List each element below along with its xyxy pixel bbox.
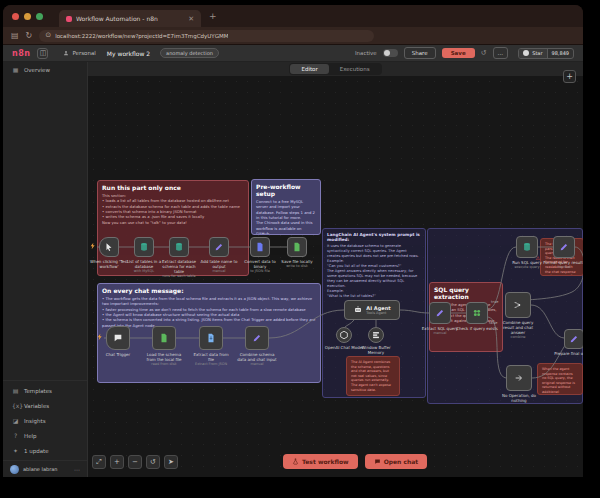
fit-view-button[interactable]: ⤢ bbox=[92, 455, 106, 469]
tab-executions[interactable]: Executions bbox=[329, 64, 381, 74]
node-label-convert-binary: Convert data to binaryto JSON file bbox=[239, 259, 281, 273]
node-combine-result[interactable] bbox=[505, 292, 531, 318]
sidebar-bottom-group: ▤Templates{x}Variables◪Insights?Help✦1 u… bbox=[3, 380, 87, 458]
node-chat-trigger[interactable] bbox=[106, 326, 130, 350]
header-actions: Inactive Share Save ↺ ... Star 98,849 bbox=[355, 47, 574, 59]
update-icon: ✦ bbox=[12, 447, 19, 454]
node-format-results[interactable] bbox=[553, 236, 575, 258]
sidebar: ▦ Overview ▤Templates{x}Variables◪Insigh… bbox=[3, 62, 88, 477]
minimize-window-button[interactable] bbox=[24, 13, 31, 20]
node-extract-file[interactable] bbox=[199, 326, 223, 350]
sidebar-item-label: Help bbox=[24, 433, 37, 439]
toggle-knob bbox=[384, 50, 390, 56]
sidebar-item-help[interactable]: ?Help bbox=[3, 428, 87, 443]
share-button[interactable]: Share bbox=[404, 47, 436, 59]
node-openai-model[interactable] bbox=[336, 327, 352, 343]
node-label-check-query: Check if query exists bbox=[456, 326, 498, 331]
panel-icon[interactable]: ▤ bbox=[11, 32, 19, 40]
sidebar-item-overview[interactable]: ▦ Overview bbox=[3, 62, 87, 77]
workflow-canvas[interactable]: Run this part only onceThis section:• lo… bbox=[88, 76, 583, 477]
active-toggle[interactable] bbox=[383, 49, 398, 57]
insights-icon: ◪ bbox=[12, 417, 19, 424]
node-label-extract-file: Extract data from fileExtract From JSON bbox=[190, 352, 232, 366]
node-add-table-name[interactable] bbox=[209, 237, 229, 257]
browser-window: Workflow Automation - n8n ✕ + ▤ ↻ ⊙ loca… bbox=[3, 5, 583, 477]
node-run-sql[interactable]: ⚠ bbox=[516, 236, 538, 258]
node-label-combine-schema: Combine schema data and chat inputmanual bbox=[236, 352, 278, 366]
breadcrumb[interactable]: Personal bbox=[63, 50, 95, 56]
node-check-query[interactable] bbox=[466, 302, 488, 324]
node-extract-schema[interactable] bbox=[169, 237, 189, 257]
url-field[interactable]: ⊙ localhost:2222/workflow/new?projectId=… bbox=[39, 30, 374, 42]
sidebar-item-label: Templates bbox=[24, 388, 52, 394]
url-text: localhost:2222/workflow/new?projectId=E7… bbox=[55, 33, 228, 39]
cursor-icon bbox=[104, 242, 114, 252]
add-node-button[interactable]: + bbox=[563, 70, 576, 83]
sidebar-item-templates[interactable]: ▤Templates bbox=[3, 383, 87, 398]
memory-icon bbox=[371, 330, 381, 340]
node-extract-sql[interactable] bbox=[429, 302, 451, 324]
tab-title: Workflow Automation - n8n bbox=[76, 15, 184, 22]
github-icon bbox=[523, 50, 529, 56]
tab-editor[interactable]: Editor bbox=[290, 64, 328, 74]
panel-toggle-button[interactable]: ◫ bbox=[37, 48, 48, 59]
test-workflow-button[interactable]: Test workflow bbox=[283, 454, 358, 469]
open-chat-button[interactable]: Open chat bbox=[365, 454, 428, 469]
status-label: Inactive bbox=[355, 50, 377, 56]
sidebar-item-label: Variables bbox=[24, 403, 49, 409]
canvas-controls: ⤢+−↺➤ bbox=[92, 455, 178, 469]
sidebar-item-variables[interactable]: {x}Variables bbox=[3, 398, 87, 413]
reset-zoom-button[interactable]: ↺ bbox=[146, 455, 160, 469]
user-menu[interactable]: ablane labran ⋯ bbox=[3, 460, 87, 477]
github-star-widget[interactable]: Star 98,849 bbox=[518, 48, 574, 59]
reload-icon[interactable]: ↻ bbox=[26, 32, 33, 40]
mysql-icon bbox=[139, 242, 149, 252]
node-combine-schema[interactable] bbox=[245, 326, 269, 350]
maximize-window-button[interactable] bbox=[36, 13, 43, 20]
fileGreen-icon bbox=[159, 333, 169, 343]
person-icon bbox=[63, 50, 69, 56]
node-label-prepare-final: Prepare final output bbox=[553, 351, 583, 356]
node-prepare-final[interactable] bbox=[564, 329, 583, 349]
templates-icon: ▤ bbox=[12, 387, 19, 394]
node-list-tables[interactable] bbox=[134, 237, 154, 257]
variables-icon: {x} bbox=[12, 402, 19, 409]
save-button[interactable]: Save bbox=[442, 48, 475, 58]
more-menu-button[interactable]: ... bbox=[493, 47, 509, 59]
node-label-save-file: Save file locallywrite to disk bbox=[276, 259, 318, 268]
chat-icon bbox=[113, 333, 123, 343]
tidy-up-button[interactable]: ➤ bbox=[164, 455, 178, 469]
pencil-icon bbox=[252, 333, 262, 343]
screenshot-root: { "browser": { "tab_title": "Workflow Au… bbox=[0, 0, 600, 498]
zoom-in-button[interactable]: + bbox=[110, 455, 124, 469]
history-icon[interactable]: ↺ bbox=[481, 49, 487, 57]
workflow-name[interactable]: My workflow 2 bbox=[107, 50, 150, 57]
node-label-format-results: Format query resultsmanual bbox=[543, 260, 583, 269]
flask-icon bbox=[292, 458, 299, 465]
node-noop[interactable] bbox=[506, 365, 532, 391]
chat-icon bbox=[374, 458, 381, 465]
node-buffer-memory[interactable] bbox=[368, 327, 384, 343]
new-tab-button[interactable]: + bbox=[209, 11, 217, 21]
sidebar-item-1-update[interactable]: ✦1 update bbox=[3, 443, 87, 458]
node-save-file[interactable] bbox=[287, 237, 307, 257]
node-ai-agent[interactable]: AI AgentTools Agent bbox=[344, 300, 400, 320]
node-convert-binary[interactable] bbox=[250, 237, 270, 257]
n8n-app: n8n ◫ Personal My workflow 2 anomaly det… bbox=[3, 45, 583, 477]
zoom-out-button[interactable]: − bbox=[128, 455, 142, 469]
browser-tab[interactable]: Workflow Automation - n8n ✕ bbox=[59, 10, 201, 27]
pencil-icon bbox=[435, 308, 445, 318]
node-load-schema[interactable] bbox=[152, 326, 176, 350]
sidebar-overview-label: Overview bbox=[24, 67, 50, 73]
app-header: n8n ◫ Personal My workflow 2 anomaly det… bbox=[3, 45, 583, 62]
close-window-button[interactable] bbox=[12, 13, 19, 20]
help-icon: ? bbox=[12, 432, 19, 439]
site-info-icon[interactable]: ⊙ bbox=[45, 32, 51, 39]
node-test-trigger[interactable] bbox=[99, 237, 119, 257]
sidebar-item-insights[interactable]: ◪Insights bbox=[3, 413, 87, 428]
close-tab-icon[interactable]: ✕ bbox=[188, 15, 194, 23]
user-more-icon[interactable]: ⋯ bbox=[74, 466, 80, 473]
edge-label-false: false bbox=[489, 321, 498, 325]
workflow-tag[interactable]: anomaly detection bbox=[160, 48, 219, 58]
noop-icon bbox=[514, 373, 524, 383]
